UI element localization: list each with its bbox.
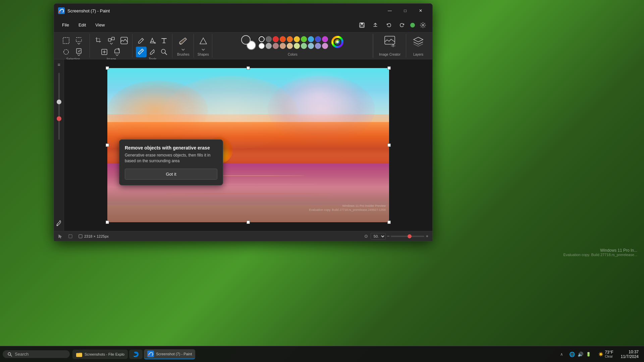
eyedropper-button[interactable] bbox=[147, 47, 158, 57]
handle-mid-right[interactable] bbox=[387, 143, 391, 147]
handle-bot-right[interactable] bbox=[387, 221, 391, 224]
svg-rect-3 bbox=[361, 23, 363, 24]
brushes-dropdown[interactable] bbox=[181, 49, 185, 51]
save-button[interactable] bbox=[357, 20, 367, 31]
svg-rect-9 bbox=[112, 37, 114, 40]
rectangle-select-button[interactable] bbox=[61, 35, 71, 46]
weather-temp: 73°F bbox=[605, 350, 613, 355]
redo-button[interactable] bbox=[397, 20, 408, 31]
zoom-slider-h[interactable] bbox=[391, 236, 424, 237]
minimize-button[interactable]: — bbox=[382, 5, 397, 16]
tools-group: Tools bbox=[133, 34, 172, 58]
zoom-out-icon[interactable]: − bbox=[387, 234, 390, 239]
color-orange-red[interactable] bbox=[280, 36, 286, 42]
brushes-icon[interactable] bbox=[177, 35, 189, 47]
magnifier-button[interactable] bbox=[159, 47, 169, 57]
volume-icon[interactable]: 🔊 bbox=[578, 352, 583, 357]
image-creator-group[interactable]: Image Creator bbox=[373, 34, 406, 58]
status-bar: 2318 × 1225px ⊙ 50.5% 25% 50% 100% 200% … bbox=[54, 231, 432, 241]
brush-tool-sidebar[interactable] bbox=[55, 220, 63, 228]
color-black[interactable] bbox=[259, 36, 265, 42]
primary-color[interactable] bbox=[241, 35, 251, 45]
svg-rect-7 bbox=[76, 49, 81, 53]
zoom-thumb-top[interactable] bbox=[57, 100, 61, 104]
menu-edit[interactable]: Edit bbox=[74, 21, 90, 29]
color-sky[interactable] bbox=[308, 43, 314, 49]
handle-top-center[interactable] bbox=[247, 66, 250, 70]
text-button[interactable] bbox=[159, 35, 169, 46]
zoom-percentage-area: ⊙ bbox=[364, 234, 368, 239]
color-wheat[interactable] bbox=[287, 43, 293, 49]
crop-button[interactable] bbox=[93, 35, 104, 46]
fill-button[interactable] bbox=[147, 35, 158, 46]
color-yellow[interactable] bbox=[294, 36, 300, 42]
taskbar-app-explorer[interactable]: Screenshots - File Explo bbox=[72, 350, 128, 359]
share-button[interactable] bbox=[370, 20, 381, 31]
canvas-area: ≡ bbox=[54, 59, 432, 231]
zoom-thumb-red[interactable] bbox=[57, 116, 61, 121]
select-all-dropdown-button[interactable] bbox=[72, 47, 86, 57]
network-icon[interactable]: 🌐 bbox=[569, 352, 575, 357]
svg-point-1 bbox=[59, 11, 60, 13]
color-red[interactable] bbox=[273, 36, 279, 42]
color-pink[interactable] bbox=[322, 43, 328, 49]
got-it-button[interactable]: Got it bbox=[125, 169, 217, 180]
color-orange[interactable] bbox=[287, 36, 293, 42]
taskbar-app-paint[interactable]: Screenshot (7) - Paint bbox=[144, 349, 195, 359]
color-dark-gray[interactable] bbox=[266, 36, 272, 42]
sidebar-menu-icon[interactable]: ≡ bbox=[57, 62, 60, 67]
shapes-icon[interactable] bbox=[197, 35, 209, 47]
color-white[interactable] bbox=[259, 43, 265, 49]
weather-widget[interactable]: ☀️ 73°F Clear bbox=[596, 350, 616, 358]
maximize-button[interactable]: □ bbox=[397, 5, 413, 16]
color-tan[interactable] bbox=[280, 43, 286, 49]
handle-bot-center[interactable] bbox=[247, 221, 250, 224]
window-title: Screenshot (7) - Paint bbox=[67, 8, 382, 13]
taskbar-clock[interactable]: 10:37 11/7/2024 bbox=[618, 350, 641, 359]
undo-button[interactable] bbox=[383, 20, 394, 31]
color-gray[interactable] bbox=[266, 43, 272, 49]
explorer-icon bbox=[76, 351, 83, 358]
handle-top-right[interactable] bbox=[387, 66, 391, 70]
color-picker-wheel[interactable] bbox=[331, 35, 344, 50]
pencil-button[interactable] bbox=[136, 35, 147, 46]
color-indigo[interactable] bbox=[315, 36, 321, 42]
select-dropdown-button[interactable] bbox=[72, 35, 86, 46]
settings-button[interactable] bbox=[418, 20, 428, 31]
rotate-button[interactable] bbox=[110, 47, 124, 57]
color-green[interactable] bbox=[301, 36, 307, 42]
shapes-group: Shapes bbox=[195, 34, 212, 58]
zoom-slider-thumb[interactable] bbox=[408, 234, 412, 238]
tools-buttons-2 bbox=[136, 47, 169, 57]
battery-icon[interactable]: 🔋 bbox=[586, 352, 591, 357]
shapes-dropdown[interactable] bbox=[202, 49, 205, 51]
color-rose[interactable] bbox=[273, 43, 279, 49]
image-creator-inline-button[interactable] bbox=[119, 35, 129, 46]
menu-file[interactable]: File bbox=[58, 21, 73, 29]
taskbar-search[interactable]: Search bbox=[3, 350, 70, 358]
zoom-in-icon[interactable]: + bbox=[426, 234, 428, 239]
tray-expand-button[interactable]: ∧ bbox=[559, 352, 565, 357]
color-yellow-green[interactable] bbox=[294, 43, 300, 49]
menu-view[interactable]: View bbox=[91, 21, 109, 29]
close-button[interactable]: ✕ bbox=[413, 5, 428, 16]
zoom-track bbox=[58, 73, 60, 140]
color-row-2 bbox=[259, 43, 328, 49]
handle-top-left[interactable] bbox=[106, 66, 109, 70]
freeform-select-button[interactable] bbox=[61, 47, 71, 57]
color-purple[interactable] bbox=[322, 36, 328, 42]
eraser-button[interactable] bbox=[136, 47, 147, 57]
handle-bot-left[interactable] bbox=[106, 221, 109, 224]
handle-mid-left[interactable] bbox=[106, 143, 109, 147]
color-light-green[interactable] bbox=[301, 43, 307, 49]
color-lavender[interactable] bbox=[315, 43, 321, 49]
layers-icon bbox=[412, 35, 424, 49]
color-blue[interactable] bbox=[308, 36, 314, 42]
layers-group[interactable]: Layers bbox=[407, 34, 430, 58]
resize-button[interactable] bbox=[105, 35, 118, 46]
ai-expand-button[interactable] bbox=[99, 47, 110, 57]
zoom-select[interactable]: 50.5% 25% 50% 100% 200% bbox=[371, 233, 386, 240]
layers-label: Layers bbox=[413, 53, 423, 56]
taskbar-app-edge[interactable] bbox=[129, 350, 143, 359]
canvas-watermark: Windows 11 Pro Insider Preview Evaluatio… bbox=[309, 204, 386, 212]
